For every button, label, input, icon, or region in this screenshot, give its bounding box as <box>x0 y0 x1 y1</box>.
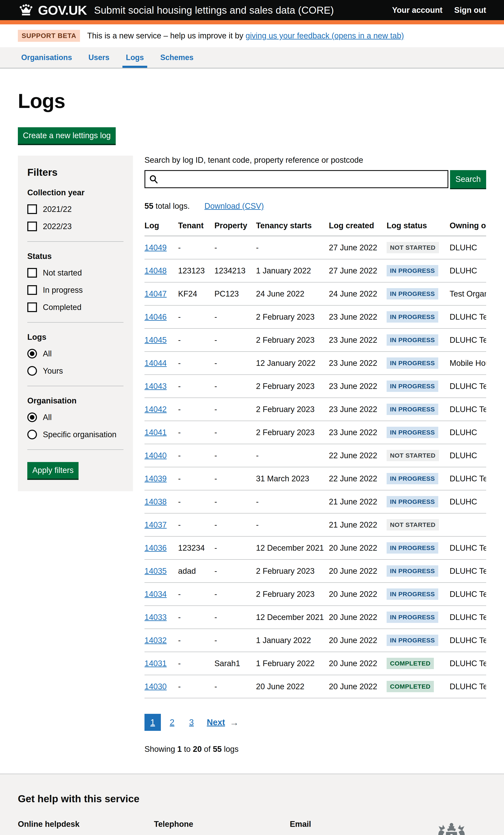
log-id-link[interactable]: 14048 <box>144 266 167 275</box>
checkbox-not-started[interactable]: Not started <box>27 268 123 278</box>
radio-control-yours[interactable] <box>27 366 37 376</box>
status-badge: IN PROGRESS <box>387 588 438 600</box>
your-account-link[interactable]: Your account <box>392 6 442 15</box>
filter-group-label-organisation: Organisation <box>27 396 123 405</box>
radio-all[interactable]: All <box>27 412 123 422</box>
log-id-link[interactable]: 14042 <box>144 405 167 414</box>
checkbox-control-not-started[interactable] <box>27 268 37 278</box>
log-id-link[interactable]: 14044 <box>144 359 167 368</box>
log-id-link[interactable]: 14043 <box>144 382 167 391</box>
table-row: 14037---21 June 2022NOT STARTED <box>144 513 486 536</box>
cell-log: 14038 <box>144 490 178 513</box>
search-input-wrap <box>144 170 448 188</box>
footer-col-online-helpdesk: Online helpdeskCORE helpdesk (opens in a… <box>18 820 154 835</box>
log-id-link[interactable]: 14033 <box>144 613 167 622</box>
cell-tenant: 123234 <box>178 536 215 559</box>
pagination-page-1[interactable]: 1 <box>144 714 161 731</box>
checkbox-completed[interactable]: Completed <box>27 302 123 312</box>
nav-item-users[interactable]: Users <box>85 47 113 68</box>
footer-heading: Get help with this service <box>18 793 486 805</box>
cell-log-status: IN PROGRESS <box>387 559 450 583</box>
table-row: 14036123234-12 December 202120 June 2022… <box>144 536 486 559</box>
log-id-link[interactable]: 14047 <box>144 289 167 298</box>
checkbox-2022-23[interactable]: 2022/23 <box>27 222 123 231</box>
radio-yours[interactable]: Yours <box>27 366 123 376</box>
service-name[interactable]: Submit social housing lettings and sales… <box>94 4 334 16</box>
pagination-page-3[interactable]: 3 <box>183 714 200 731</box>
log-id-link[interactable]: 14046 <box>144 312 167 321</box>
cell-log-status: IN PROGRESS <box>387 467 450 490</box>
apply-filters-button[interactable]: Apply filters <box>27 462 79 478</box>
header-logo-group[interactable]: GOV.UK Submit social housing lettings an… <box>18 3 334 18</box>
cell-log-created: 20 June 2022 <box>329 536 387 559</box>
filter-group-label-collection-year: Collection year <box>27 188 123 197</box>
cell-log: 14041 <box>144 421 178 444</box>
phase-banner-text: This is a new service – help us improve … <box>87 31 404 40</box>
radio-specific-organisation[interactable]: Specific organisation <box>27 430 123 439</box>
checkbox-control-completed[interactable] <box>27 302 37 312</box>
cell-tenant: - <box>178 490 215 513</box>
pagination-page-2[interactable]: 2 <box>164 714 180 731</box>
log-id-link[interactable]: 14041 <box>144 428 167 437</box>
log-id-link[interactable]: 14035 <box>144 567 167 575</box>
log-id-link[interactable]: 14032 <box>144 636 167 645</box>
feedback-link[interactable]: giving us your feedback (opens in a new … <box>245 31 404 40</box>
cell-tenant: - <box>178 375 215 398</box>
table-row: 14030--20 June 202220 June 2022COMPLETED… <box>144 675 486 698</box>
log-id-link[interactable]: 14031 <box>144 659 167 668</box>
create-lettings-log-button[interactable]: Create a new lettings log <box>18 127 116 144</box>
nav-item-logs[interactable]: Logs <box>122 47 147 68</box>
cell-log-created: 27 June 2022 <box>329 259 387 282</box>
main-content: Logs Create a new lettings log Filters C… <box>0 89 504 774</box>
cell-owning-organisation: DLUHC Test <box>450 675 486 698</box>
filter-group-label-status: Status <box>27 252 123 261</box>
logs-table-container: LogTenantPropertyTenancy startsLog creat… <box>144 221 486 698</box>
cell-log-status: IN PROGRESS <box>387 398 450 421</box>
checkbox-control-in-progress[interactable] <box>27 285 37 295</box>
log-id-link[interactable]: 14038 <box>144 497 167 506</box>
download-csv-link[interactable]: Download (CSV) <box>204 202 264 211</box>
cell-log: 14046 <box>144 305 178 328</box>
checkbox-in-progress[interactable]: In progress <box>27 285 123 295</box>
cell-tenancy-starts: 2 February 2023 <box>256 375 329 398</box>
cell-tenant: KF24 <box>178 282 215 305</box>
cell-log-created: 20 June 2022 <box>329 675 387 698</box>
cell-tenant: - <box>178 675 215 698</box>
table-row: 14049---27 June 2022NOT STARTEDDLUHC <box>144 236 486 259</box>
radio-control-specific-organisation[interactable] <box>27 430 37 439</box>
log-id-link[interactable]: 14034 <box>144 590 167 598</box>
column-header-property: Property <box>215 221 256 236</box>
checkbox-control-2022-23[interactable] <box>27 222 37 231</box>
log-id-link[interactable]: 14037 <box>144 521 167 529</box>
log-id-link[interactable]: 14040 <box>144 451 167 460</box>
sign-out-link[interactable]: Sign out <box>454 6 486 15</box>
cell-owning-organisation: DLUHC <box>450 444 486 467</box>
checkbox-2021-22[interactable]: 2021/22 <box>27 204 123 214</box>
radio-all[interactable]: All <box>27 349 123 359</box>
log-id-link[interactable]: 14030 <box>144 682 167 691</box>
checkbox-control-2021-22[interactable] <box>27 204 37 214</box>
cell-log-status: IN PROGRESS <box>387 629 450 652</box>
nav-item-schemes[interactable]: Schemes <box>157 47 197 68</box>
govuk-logotype: GOV.UK <box>38 3 87 18</box>
log-id-link[interactable]: 14036 <box>144 544 167 552</box>
pagination-next-link[interactable]: Next <box>207 718 225 727</box>
log-id-link[interactable]: 14039 <box>144 474 167 483</box>
radio-control-all[interactable] <box>27 349 37 359</box>
footer-col-heading: Telephone <box>154 820 281 829</box>
cell-owning-organisation: DLUHC Test <box>450 583 486 606</box>
radio-control-all[interactable] <box>27 412 37 422</box>
search-input[interactable] <box>144 170 448 188</box>
column-header-tenant: Tenant <box>178 221 215 236</box>
table-row: 14046--2 February 202323 June 2022IN PRO… <box>144 305 486 328</box>
cell-tenancy-starts: 2 February 2023 <box>256 305 329 328</box>
filters-panel: Filters Collection year2021/222022/23Sta… <box>18 156 133 491</box>
search-button[interactable]: Search <box>450 170 486 188</box>
log-id-link[interactable]: 14049 <box>144 243 167 252</box>
cell-log: 14042 <box>144 398 178 421</box>
log-id-link[interactable]: 14045 <box>144 335 167 344</box>
footer-col-telephone: Telephone0333 202 5084Monday to Friday, … <box>154 820 290 835</box>
nav-item-organisations[interactable]: Organisations <box>18 47 75 68</box>
phase-banner: SUPPORT BETA This is a new service – hel… <box>0 24 504 47</box>
cell-log-created: 22 June 2022 <box>329 467 387 490</box>
